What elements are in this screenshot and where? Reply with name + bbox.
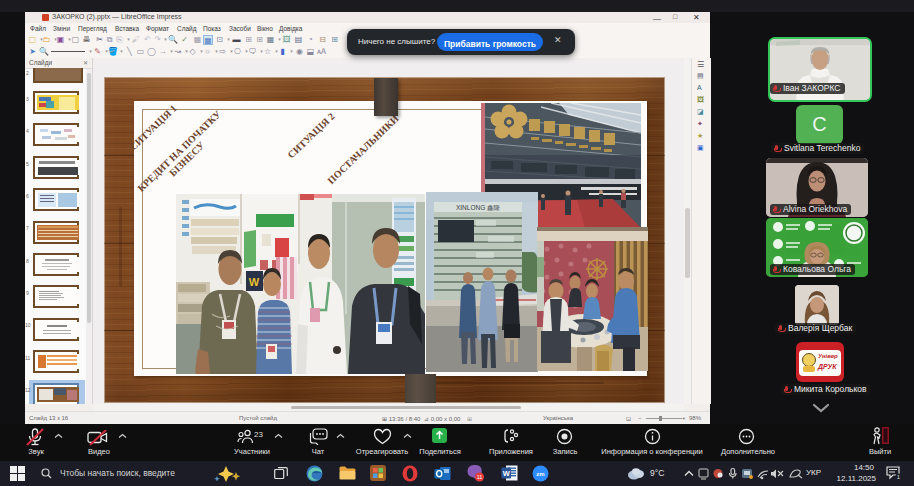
svg-text:zm: zm [536, 471, 544, 477]
svg-text:XINLONG 鑫隆: XINLONG 鑫隆 [456, 204, 501, 211]
svg-text:11: 11 [477, 474, 483, 480]
svg-text:W: W [249, 276, 260, 288]
svg-text:W: W [503, 469, 511, 478]
